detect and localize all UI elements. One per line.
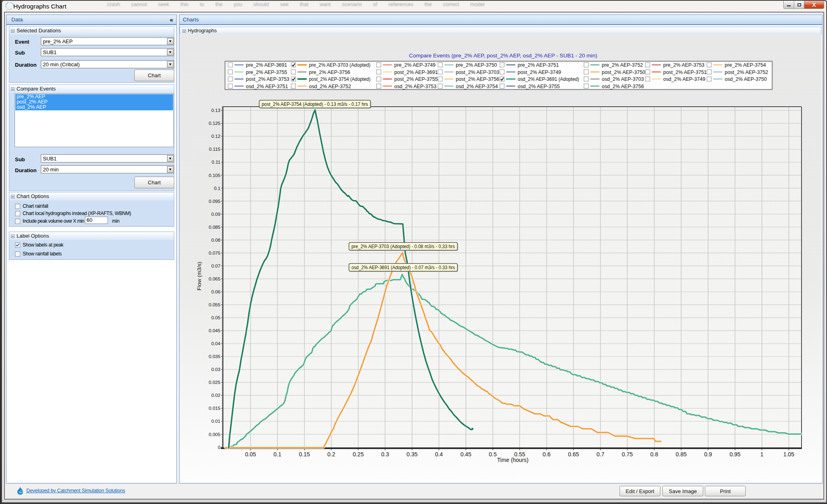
svg-text:Compare Events (pre_2% AEP, po: Compare Events (pre_2% AEP, post_2% AEP,…	[409, 53, 597, 59]
svg-text:0.15: 0.15	[299, 451, 310, 458]
svg-text:osd_2% AEP-3691 (Adopted) - 0.: osd_2% AEP-3691 (Adopted) - 0.07 m3/s - …	[351, 265, 455, 270]
svg-text:osd_2% AEP-3756: osd_2% AEP-3756	[602, 84, 644, 89]
svg-text:0.6: 0.6	[543, 451, 551, 458]
svg-text:post_2% AEP-3751: post_2% AEP-3751	[663, 70, 707, 75]
svg-text:post_2% AEP-3754 (Adopted) - 0: post_2% AEP-3754 (Adopted) - 0.13 m3/s -…	[262, 101, 368, 107]
svg-text:pre_2% AEP-3756: pre_2% AEP-3756	[309, 70, 350, 75]
svg-text:pre_2% AEP-3703 (Adopted) - 0.: pre_2% AEP-3703 (Adopted) - 0.08 m3/s - …	[351, 244, 455, 249]
svg-text:0.035: 0.035	[209, 354, 220, 359]
svg-text:0.06: 0.06	[211, 289, 220, 294]
svg-text:0.125: 0.125	[209, 120, 220, 126]
svg-text:CS: CS	[20, 490, 23, 493]
svg-text:pre_2% AEP-3749: pre_2% AEP-3749	[394, 62, 436, 68]
svg-text:osd_2% AEP-3749: osd_2% AEP-3749	[663, 76, 705, 82]
svg-text:0: 0	[218, 445, 220, 450]
svg-text:0.11: 0.11	[212, 159, 220, 164]
svg-text:0.03: 0.03	[211, 367, 220, 372]
svg-text:pre_2% AEP-3691: pre_2% AEP-3691	[246, 62, 287, 68]
svg-text:osd_2% AEP-3691 (Adopted): osd_2% AEP-3691 (Adopted)	[518, 76, 579, 82]
svg-text:post_2% AEP-3749: post_2% AEP-3749	[518, 70, 561, 75]
svg-text:post_2% AEP-3753: post_2% AEP-3753	[246, 76, 290, 82]
svg-text:pre_2% AEP-3753: pre_2% AEP-3753	[663, 62, 704, 68]
svg-text:1: 1	[760, 451, 764, 458]
svg-text:pre_2% AEP-3755: pre_2% AEP-3755	[246, 70, 287, 75]
svg-text:osd_2% AEP-3752: osd_2% AEP-3752	[309, 84, 351, 89]
svg-text:pre_2% AEP-3752: pre_2% AEP-3752	[602, 62, 643, 68]
svg-text:0.8: 0.8	[650, 451, 658, 458]
svg-text:0.65: 0.65	[568, 451, 579, 458]
svg-text:0.25: 0.25	[353, 451, 364, 458]
svg-text:0.105: 0.105	[209, 173, 220, 178]
svg-text:0.065: 0.065	[209, 276, 220, 281]
svg-text:post_2% AEP-3755: post_2% AEP-3755	[394, 76, 438, 82]
svg-text:0.85: 0.85	[676, 451, 687, 458]
svg-text:0.005: 0.005	[209, 432, 220, 437]
svg-text:0.115: 0.115	[209, 146, 220, 152]
svg-text:0.04: 0.04	[211, 341, 220, 346]
svg-text:post_2% AEP-3691: post_2% AEP-3691	[394, 70, 438, 75]
svg-text:0.13: 0.13	[211, 108, 220, 113]
svg-text:post_2% AEP-3750: post_2% AEP-3750	[602, 70, 645, 75]
svg-text:0.75: 0.75	[622, 451, 633, 458]
svg-text:pre_2% AEP-3751: pre_2% AEP-3751	[518, 62, 559, 68]
svg-text:0.5: 0.5	[489, 451, 497, 458]
svg-text:post_2% AEP-3756: post_2% AEP-3756	[456, 76, 499, 82]
svg-text:osd_2% AEP-3753: osd_2% AEP-3753	[394, 84, 436, 89]
svg-text:pre_2% AEP-3703 (Adopted): pre_2% AEP-3703 (Adopted)	[309, 62, 370, 68]
svg-text:0.085: 0.085	[209, 224, 220, 230]
svg-text:pre_2% AEP-3750: pre_2% AEP-3750	[456, 62, 497, 68]
svg-text:0.12: 0.12	[211, 133, 220, 139]
svg-text:0.35: 0.35	[406, 451, 417, 458]
svg-text:post_2% AEP-3703: post_2% AEP-3703	[456, 70, 499, 75]
svg-text:0.05: 0.05	[245, 451, 256, 458]
svg-text:Time (hours): Time (hours)	[497, 457, 529, 463]
svg-text:0.09: 0.09	[211, 211, 220, 217]
svg-text:osd_2% AEP-3754: osd_2% AEP-3754	[456, 84, 498, 89]
svg-text:Flow (m3/s): Flow (m3/s)	[196, 262, 202, 291]
svg-text:0.02: 0.02	[211, 392, 220, 398]
svg-text:0.4: 0.4	[435, 451, 443, 458]
svg-text:0.1: 0.1	[273, 451, 281, 458]
svg-text:0.7: 0.7	[596, 451, 605, 458]
svg-text:1.05: 1.05	[783, 451, 794, 458]
svg-text:osd_2% AEP-3755: osd_2% AEP-3755	[518, 84, 560, 89]
svg-text:0.055: 0.055	[209, 302, 220, 307]
svg-text:post_2% AEP-3754 (Adopted): post_2% AEP-3754 (Adopted)	[309, 76, 370, 82]
svg-text:0.08: 0.08	[211, 237, 220, 243]
svg-text:pre_2% AEP-3754: pre_2% AEP-3754	[725, 62, 766, 68]
svg-text:post_2% AEP-3752: post_2% AEP-3752	[725, 70, 768, 75]
svg-text:0.95: 0.95	[730, 451, 740, 458]
svg-text:osd_2% AEP-3703: osd_2% AEP-3703	[602, 76, 644, 82]
svg-text:0.07: 0.07	[211, 263, 220, 268]
svg-text:0.01: 0.01	[211, 418, 220, 424]
svg-text:0.015: 0.015	[209, 405, 220, 411]
svg-text:0.9: 0.9	[704, 451, 712, 458]
svg-text:0.075: 0.075	[209, 250, 220, 255]
svg-text:0.3: 0.3	[381, 451, 389, 458]
svg-text:0.025: 0.025	[209, 380, 220, 385]
svg-text:0.2: 0.2	[327, 451, 335, 458]
svg-text:0.045: 0.045	[209, 328, 220, 333]
svg-text:osd_2% AEP-3751: osd_2% AEP-3751	[246, 84, 288, 89]
svg-text:0.1: 0.1	[214, 186, 220, 191]
svg-text:0.55: 0.55	[514, 451, 525, 458]
svg-text:0.05: 0.05	[211, 315, 220, 320]
svg-text:osd_2% AEP-3750: osd_2% AEP-3750	[725, 76, 767, 82]
svg-text:0.095: 0.095	[209, 198, 220, 204]
svg-text:0.45: 0.45	[460, 451, 471, 458]
